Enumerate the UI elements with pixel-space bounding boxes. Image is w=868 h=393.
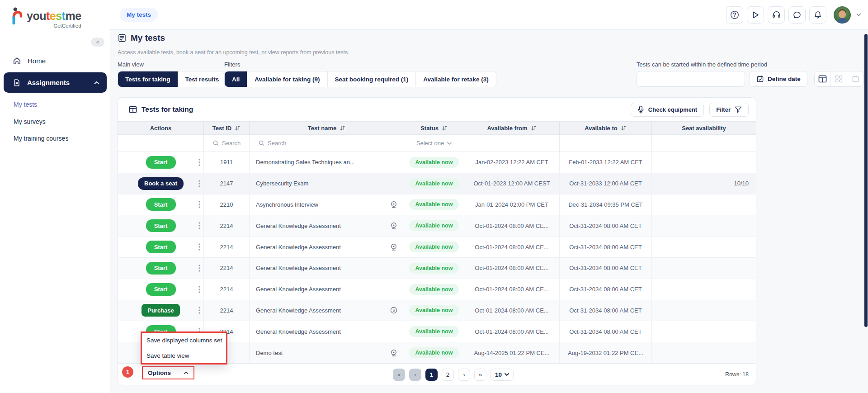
grid-view-icon[interactable] [830,71,847,86]
help-button[interactable] [726,6,743,24]
kebab-menu-icon[interactable] [198,222,200,229]
seat-availability-cell [652,342,756,363]
breadcrumb[interactable]: My tests [120,8,158,22]
date-filter-controls: Define date [637,71,864,87]
menu-item-save-table-view[interactable]: Save table view [142,348,226,363]
test-name-cell: Demo test [250,342,404,363]
date-range-input[interactable] [637,71,745,87]
status-cell: Available now [404,237,464,257]
next-page-button[interactable]: › [458,369,470,381]
kebab-menu-icon[interactable] [198,180,200,187]
status-badge: Available now [409,199,459,210]
tab-test-results[interactable]: Test results [178,71,226,87]
table-search-row: Select one [118,135,756,152]
available-to-cell: Oct-31-2034 08:00 AM CET [560,258,652,279]
status-filter-select[interactable]: Select one [416,140,452,147]
available-from-cell: Oct-01-2024 08:00 AM CE... [464,300,560,321]
filter-button[interactable]: Filter [709,103,749,117]
kebab-menu-icon[interactable] [198,201,200,208]
notifications-button[interactable] [809,6,826,24]
start-button[interactable]: Start [146,156,176,169]
tutorial-button[interactable] [747,6,764,24]
test-name-search-input[interactable] [268,140,376,147]
define-date-button[interactable]: Define date [750,71,807,87]
search-cell-actions [118,135,204,152]
kebab-menu-icon[interactable] [198,307,200,314]
start-button[interactable]: Start [146,283,176,296]
options-button[interactable]: Options [142,366,194,379]
test-name-cell: Demonstrating Sales Techniques an... [250,152,404,173]
start-button[interactable]: Start [146,262,176,275]
date-filter-label: Tests can be started within the defined … [637,61,767,68]
brand-logo: youtestme GetCertified [11,6,81,28]
column-header-status[interactable]: Status [404,122,464,134]
status-cell: Available now [404,215,464,236]
chevron-down-icon [447,142,452,145]
column-header-available-from[interactable]: Available from [464,122,560,134]
first-page-button[interactable]: « [393,369,405,381]
test-name-search[interactable] [250,135,404,152]
sidebar-item-home[interactable]: Home [0,52,110,69]
column-header-test-name[interactable]: Test name [250,122,404,134]
sidebar-item-my-surveys[interactable]: My surveys [0,115,110,128]
actions-cell: Purchase [118,300,204,321]
previous-page-button[interactable]: ‹ [409,369,421,381]
filter-tabs: AllAvailable for taking (9)Seat booking … [224,71,496,87]
available-to-cell: Oct-31-2033 12:00 AM CET [560,173,652,194]
brand-wordmark: youtestme [27,9,81,23]
table-footer: Options «‹12›»10 Rows: 18 [118,364,756,385]
webcam-icon [390,243,397,251]
column-header-test-id[interactable]: Test ID [204,122,250,134]
available-to-cell: Oct-31-2034 08:00 AM CET [560,237,652,257]
filter-tab-seat-booking-required-1[interactable]: Seat booking required (1) [327,71,416,87]
start-button[interactable]: Start [146,241,176,253]
chevron-down-icon[interactable] [856,13,861,16]
purchase-button[interactable]: Purchase [142,304,180,317]
kebab-menu-icon[interactable] [198,286,200,293]
sidebar-item-assignments[interactable]: Assignments [4,72,107,93]
kebab-menu-icon[interactable] [198,243,200,251]
avatar[interactable] [834,6,851,24]
test-id-search[interactable] [204,135,250,152]
start-button[interactable]: Start [146,198,176,211]
available-to-cell: Oct-31-2034 08:00 AM CET [560,279,652,300]
available-to-cell: Dec-31-2034 09:35 PM CET [560,194,652,215]
test-name-cell: General Knowledge Assessment [250,258,404,279]
column-header-available-to[interactable]: Available to [560,122,652,134]
messages-button[interactable] [788,6,806,24]
filter-tab-available-for-retake-3[interactable]: Available for retake (3) [415,71,495,87]
sidebar-item-my-tests[interactable]: My tests [0,98,110,111]
kebab-menu-icon[interactable] [198,159,200,166]
last-page-button[interactable]: » [474,369,486,381]
my-tests-icon [118,33,127,43]
calendar-view-icon[interactable] [847,71,863,86]
available-from-cell: Aug-14-2025 01:22 PM CE... [464,342,560,363]
actions-cell: Start [118,152,204,173]
support-button[interactable] [768,6,785,24]
seat-availability-cell [652,194,756,215]
page-size-select[interactable]: 10 [491,369,514,381]
status-badge: Available now [409,241,459,252]
book-a-seat-button[interactable]: Book a seat [138,177,184,190]
sidebar-collapse-button[interactable]: « [91,38,104,47]
table-view-icon[interactable] [815,71,830,86]
home-icon [13,57,21,65]
sidebar-item-my-training-courses[interactable]: My training courses [0,132,110,145]
status-filter-cell: Select one [404,135,464,152]
page-scrollbar[interactable] [864,34,868,327]
start-button[interactable]: Start [146,219,176,232]
page-button-2[interactable]: 2 [442,369,454,381]
menu-item-save-displayed-columns-set[interactable]: Save displayed columns set [142,333,226,348]
status-badge: Available now [409,284,459,295]
kebab-menu-icon[interactable] [198,265,200,272]
filter-tab-available-for-taking-9[interactable]: Available for taking (9) [247,71,327,87]
page-button-1[interactable]: 1 [425,369,438,381]
view-switcher [814,71,864,87]
available-to-cell: Feb-01-2033 12:22 AM CET [560,152,652,173]
check-equipment-button[interactable]: Check equipment [631,103,704,117]
tab-tests-for-taking[interactable]: Tests for taking [118,71,178,87]
available-to-cell: Oct-31-2034 08:00 AM CET [560,215,652,236]
page-description: Access available tests, book a seat for … [118,49,349,56]
test-id-search-input[interactable] [222,140,249,147]
filter-tab-all[interactable]: All [225,71,247,87]
